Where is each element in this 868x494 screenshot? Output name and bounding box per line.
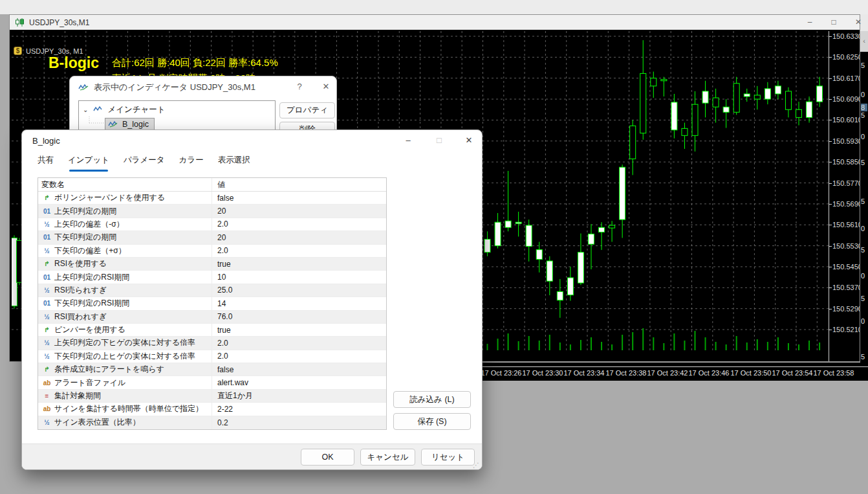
price-label: 150.5530 <box>832 242 860 250</box>
table-row[interactable]: ↱RSIを使用するtrue <box>38 258 386 271</box>
price-tick <box>829 183 832 184</box>
variable-value[interactable]: true <box>212 324 386 336</box>
variable-value[interactable]: 10 <box>212 271 386 283</box>
tree-item-blogic[interactable]: B_logic <box>105 118 155 131</box>
price-tick <box>829 225 832 225</box>
variable-value[interactable]: false <box>212 192 386 204</box>
variable-name: 集計対象期間 <box>54 390 101 401</box>
variable-value[interactable]: 20 <box>212 205 386 217</box>
table-row[interactable]: ↱ピンバーを使用するtrue <box>38 324 386 337</box>
table-row[interactable]: ½上矢印の偏差（-σ）2.0 <box>38 218 386 231</box>
table-row[interactable]: ½下矢印の偏差（+σ）2.0 <box>38 245 386 258</box>
tab-2[interactable]: インプット <box>68 155 109 172</box>
variable-value[interactable]: 2-22 <box>212 403 386 415</box>
tree-item-blogic-row: B_logic <box>79 117 275 131</box>
double-type-icon: ½ <box>41 353 52 360</box>
variable-value[interactable]: 2.0 <box>212 245 386 257</box>
price-label: 150.5610 <box>832 221 860 229</box>
table-header-row: 変数名値 <box>38 178 386 192</box>
double-type-icon: ½ <box>41 221 52 228</box>
app-icon <box>15 18 25 27</box>
background-price-digit: 5 <box>861 246 867 254</box>
bool-type-icon: ↱ <box>41 260 52 267</box>
indicator-icon <box>93 106 103 113</box>
table-row[interactable]: ↱条件成立時にアラートを鳴らすfalse <box>38 363 386 376</box>
price-label: 150.5210 <box>832 326 860 333</box>
indicator-dialog-titlebar[interactable]: 表示中のインディケータ USDJPY_30s,M1 ? ✕ <box>70 76 336 98</box>
save-button[interactable]: 保存 (S) <box>393 413 471 430</box>
minimize-icon[interactable]: – <box>798 15 821 30</box>
price-tick <box>829 36 832 37</box>
string-type-icon: ab <box>41 379 52 387</box>
table-row[interactable]: 01下矢印判定の期間20 <box>38 231 386 244</box>
price-tick <box>829 99 832 100</box>
variable-value[interactable]: false <box>212 363 386 376</box>
maximize-icon[interactable]: □ <box>425 130 453 151</box>
close-icon[interactable]: ✕ <box>455 130 483 151</box>
enum-type-icon: ≡ <box>41 392 52 399</box>
variable-name: RSI買われすぎ <box>54 311 107 322</box>
resize-grip[interactable]: ⋰ <box>473 462 481 470</box>
tree-item-main-chart[interactable]: ⌄ メインチャート <box>79 102 166 117</box>
variable-value[interactable]: 20 <box>212 231 386 243</box>
price-label: 150.6250 <box>832 53 860 61</box>
reset-button[interactable]: リセット <box>421 449 475 466</box>
indicator-dialog-title: 表示中のインディケータ USDJPY_30s,M1 <box>94 82 255 93</box>
variable-name: 下矢印判定の上ヒゲの実体に対する倍率 <box>54 351 195 362</box>
table-row[interactable]: 01上矢印判定のRSI期間10 <box>38 271 386 284</box>
table-row[interactable]: ½上矢印判定の下ヒゲの実体に対する倍率2.0 <box>38 337 386 350</box>
variable-value[interactable]: 76.0 <box>212 311 386 323</box>
variable-value[interactable]: 25.0 <box>212 284 386 297</box>
close-icon[interactable]: ✕ <box>320 82 332 91</box>
close-icon[interactable]: ✕ <box>847 15 868 30</box>
dialog-title: B_logic <box>32 136 60 146</box>
background-chart-time-axis: 17 Oct 23:2617 Oct 23:3017 Oct 23:3417 O… <box>483 363 868 381</box>
table-row[interactable]: ½サイン表示位置（比率）0.2 <box>38 416 386 429</box>
tab-4[interactable]: カラー <box>179 155 204 172</box>
price-label: 150.5770 <box>832 179 860 187</box>
ok-button[interactable]: OK <box>301 449 354 466</box>
variable-name: 上矢印判定の期間 <box>54 206 116 217</box>
table-row[interactable]: ½RSI買われすぎ76.0 <box>38 311 386 324</box>
variable-value[interactable]: true <box>212 258 386 270</box>
load-button[interactable]: 読み込み (L) <box>393 391 471 408</box>
background-time-label: 17 Oct 23:42 <box>646 369 689 377</box>
variable-value[interactable]: 直近1か月 <box>212 390 386 402</box>
table-row[interactable]: ½RSI売られすぎ25.0 <box>38 284 386 297</box>
price-tick <box>829 246 832 247</box>
chevron-left-icon[interactable]: ‹ <box>860 31 868 52</box>
price-tick <box>829 78 832 79</box>
properties-button[interactable]: プロパティ <box>279 102 335 118</box>
table-row[interactable]: ≡集計対象期間直近1か月 <box>38 390 386 403</box>
table-row[interactable]: ↱ボリンジャーバンドを使用するfalse <box>38 192 386 205</box>
variable-value[interactable]: alert.wav <box>212 376 386 388</box>
maximize-icon[interactable]: □ <box>822 15 845 30</box>
variable-name: 下矢印判定のRSI期間 <box>54 298 129 309</box>
variable-name: ボリンジャーバンドを使用する <box>54 192 165 203</box>
tab-3[interactable]: パラメータ <box>124 155 165 172</box>
variable-value[interactable]: 0.2 <box>212 416 386 429</box>
chevron-down-icon[interactable]: ⌄ <box>83 106 88 113</box>
tree-item-label: メインチャート <box>107 104 165 115</box>
cancel-button[interactable]: キャンセル <box>360 449 415 466</box>
dialog-footer: OK キャンセル リセット ⋰ <box>22 443 483 470</box>
tab-5[interactable]: 表示選択 <box>218 155 250 172</box>
table-row[interactable]: abアラート音ファイルalert.wav <box>38 376 386 389</box>
variable-name: サイン表示位置（比率） <box>54 417 140 428</box>
variable-value[interactable]: 2.0 <box>212 218 386 230</box>
tree-item-label: B_logic <box>122 120 149 129</box>
variable-name: 上矢印判定のRSI期間 <box>54 272 129 283</box>
variable-value[interactable]: 2.0 <box>212 337 386 349</box>
table-row[interactable]: 01下矢印判定のRSI期間14 <box>38 297 386 310</box>
table-row[interactable]: 01上矢印判定の期間20 <box>38 205 386 218</box>
tab-1[interactable]: 共有 <box>38 155 54 172</box>
table-row[interactable]: ½下矢印判定の上ヒゲの実体に対する倍率2.0 <box>38 350 386 363</box>
variable-value[interactable]: 2.0 <box>212 350 386 363</box>
variable-name: 上矢印判定の下ヒゲの実体に対する倍率 <box>54 337 195 348</box>
help-icon[interactable]: ? <box>293 82 306 91</box>
background-price-digit: 0 <box>861 91 867 98</box>
table-row[interactable]: abサインを集計する時間帯（時単位で指定）2-22 <box>38 403 386 416</box>
variable-value[interactable]: 14 <box>212 297 386 309</box>
chart-window-titlebar[interactable]: USDJPY_30s,M1 – □ ✕ <box>10 15 860 30</box>
minimize-icon[interactable]: – <box>394 130 422 151</box>
